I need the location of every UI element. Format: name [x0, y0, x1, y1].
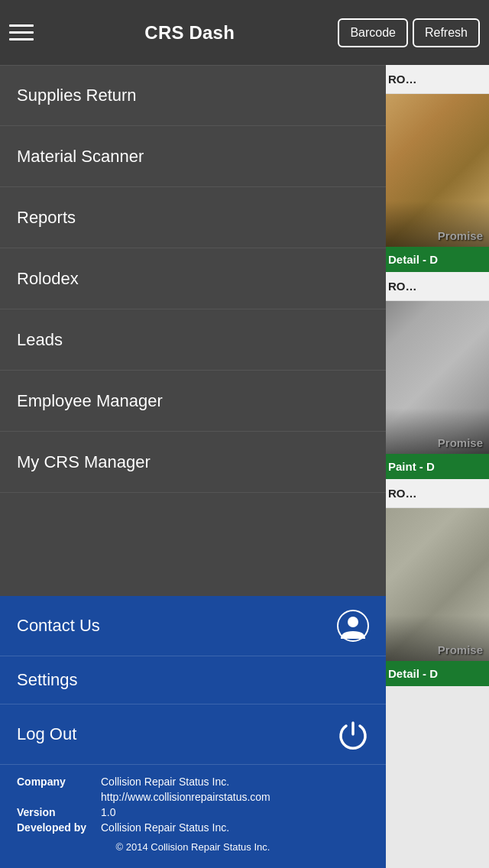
- sidebar-item-rolodex[interactable]: Rolodex: [0, 248, 386, 309]
- header-buttons: Barcode Refresh: [338, 18, 480, 47]
- app-header: CRS Dash Barcode Refresh: [0, 0, 489, 65]
- card-2[interactable]: RO… Promise Paint - D: [382, 272, 489, 479]
- sidebar-item-my-crs-manager[interactable]: My CRS Manager: [0, 432, 386, 493]
- url-value: http://www.collisionrepairstatus.com: [101, 791, 270, 803]
- version-row: Version 1.0: [17, 806, 369, 818]
- card-1-label: Promise: [382, 229, 489, 242]
- company-value: Collision Repair Status Inc.: [101, 776, 229, 788]
- sidebar-item-employee-manager-label: Employee Manager: [17, 391, 163, 411]
- developed-by-key: Developed by: [17, 821, 101, 834]
- developed-by-value: Collision Repair Status Inc.: [101, 821, 229, 834]
- hamburger-line-2: [9, 31, 34, 34]
- card-3[interactable]: RO… Promise Detail - D: [382, 479, 489, 686]
- sidebar-item-reports-label: Reports: [17, 208, 76, 228]
- person-icon: [337, 610, 369, 642]
- url-row: http://www.collisionrepairstatus.com: [17, 791, 369, 803]
- contact-us-label: Contact Us: [17, 616, 100, 636]
- card-2-header: RO…: [382, 272, 489, 301]
- card-3-image: Promise: [382, 508, 489, 661]
- company-key: Company: [17, 776, 101, 788]
- developed-by-row: Developed by Collision Repair Status Inc…: [17, 821, 369, 834]
- sidebar-item-leads[interactable]: Leads: [0, 309, 386, 371]
- card-3-header: RO…: [382, 479, 489, 508]
- settings-label: Settings: [17, 670, 78, 690]
- sidebar-item-rolodex-label: Rolodex: [17, 269, 79, 289]
- version-key: Version: [17, 806, 101, 818]
- version-value: 1.0: [101, 806, 115, 818]
- card-2-status: Paint - D: [382, 454, 489, 479]
- card-1-image: Promise: [382, 94, 489, 247]
- menu-toggle-button[interactable]: [9, 17, 41, 49]
- card-3-status: Detail - D: [382, 661, 489, 686]
- power-icon: [337, 718, 369, 750]
- card-3-label: Promise: [382, 643, 489, 656]
- card-1-header: RO…: [382, 65, 489, 94]
- sidebar-item-my-crs-manager-label: My CRS Manager: [17, 452, 151, 472]
- card-2-image: Promise: [382, 301, 489, 454]
- sidebar-item-employee-manager[interactable]: Employee Manager: [0, 371, 386, 432]
- copyright: © 2014 Collision Repair Status Inc.: [17, 837, 369, 856]
- logout-button[interactable]: Log Out: [0, 704, 386, 765]
- refresh-button[interactable]: Refresh: [413, 18, 480, 47]
- hamburger-line-1: [9, 24, 34, 27]
- right-panel: RO… Promise Detail - D RO… Promise Paint…: [382, 65, 489, 868]
- barcode-button[interactable]: Barcode: [338, 18, 408, 47]
- sidebar-item-supplies-return-label: Supplies Return: [17, 86, 137, 105]
- sidebar: Supplies Return Material Scanner Reports…: [0, 65, 386, 868]
- company-row: Company Collision Repair Status Inc.: [17, 776, 369, 788]
- sidebar-item-supplies-return[interactable]: Supplies Return: [0, 65, 386, 126]
- info-section: Company Collision Repair Status Inc. htt…: [0, 765, 386, 862]
- sidebar-item-reports[interactable]: Reports: [0, 187, 386, 248]
- card-1-status: Detail - D: [382, 247, 489, 272]
- logout-label: Log Out: [17, 724, 76, 744]
- sidebar-bottom: Contact Us Settings Log Out Company Coll…: [0, 596, 386, 868]
- settings-button[interactable]: Settings: [0, 656, 386, 704]
- app-title: CRS Dash: [41, 22, 338, 44]
- sidebar-item-material-scanner[interactable]: Material Scanner: [0, 126, 386, 187]
- card-2-label: Promise: [382, 436, 489, 449]
- sidebar-item-leads-label: Leads: [17, 330, 63, 350]
- card-1[interactable]: RO… Promise Detail - D: [382, 65, 489, 272]
- hamburger-line-3: [9, 38, 34, 40]
- sidebar-item-material-scanner-label: Material Scanner: [17, 147, 144, 167]
- menu-items-list: Supplies Return Material Scanner Reports…: [0, 65, 386, 596]
- contact-us-button[interactable]: Contact Us: [0, 596, 386, 656]
- svg-point-1: [348, 617, 358, 627]
